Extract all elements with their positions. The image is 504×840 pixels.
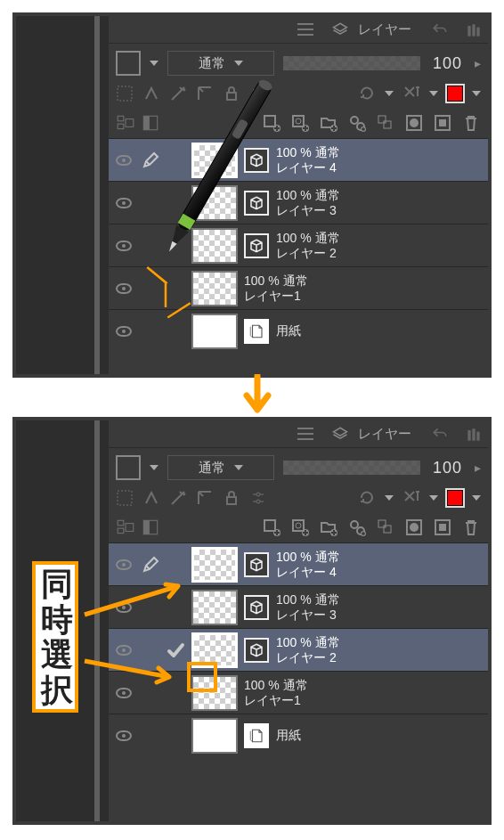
- panel-title: レイヤー: [358, 21, 411, 38]
- chevron-down-icon[interactable]: [472, 91, 481, 96]
- delete-layer-icon[interactable]: [461, 113, 481, 133]
- visibility-toggle[interactable]: [109, 559, 139, 570]
- tool-icon[interactable]: [116, 85, 134, 102]
- chevron-down-icon[interactable]: [385, 91, 394, 96]
- settings-icon[interactable]: [249, 489, 267, 507]
- bound-icon[interactable]: [142, 85, 160, 102]
- layer-color-swatch[interactable]: [116, 51, 141, 76]
- raster-layer-icon: [244, 552, 269, 577]
- undo-icon[interactable]: [431, 21, 449, 37]
- new-folder-icon[interactable]: [319, 113, 338, 133]
- menu-icon[interactable]: [297, 428, 313, 440]
- transfer-icon[interactable]: [347, 518, 367, 537]
- svg-rect-31: [227, 497, 236, 504]
- refresh-icon[interactable]: [358, 85, 376, 102]
- svg-rect-9: [126, 119, 134, 127]
- wand-icon[interactable]: [169, 85, 187, 102]
- visibility-toggle[interactable]: [109, 155, 139, 166]
- layer-thumbnail[interactable]: [191, 228, 238, 264]
- palette-icon[interactable]: [116, 518, 135, 537]
- layer-thumbnail[interactable]: [191, 718, 238, 754]
- refresh-icon[interactable]: [358, 489, 376, 507]
- blend-mode-select[interactable]: 通常: [167, 455, 274, 480]
- layer-thumbnail[interactable]: [191, 547, 238, 583]
- fx-icon[interactable]: [402, 489, 420, 507]
- layer-name: 用紙: [276, 728, 301, 743]
- foreground-color[interactable]: [447, 490, 463, 506]
- svg-rect-21: [378, 116, 386, 123]
- layer-thumbnail[interactable]: [191, 185, 238, 221]
- layer-row[interactable]: 100 % 通常レイヤー 4: [109, 138, 488, 181]
- wand-icon[interactable]: [169, 489, 187, 507]
- visibility-toggle[interactable]: [109, 198, 139, 208]
- visibility-toggle[interactable]: [109, 283, 139, 294]
- foreground-color[interactable]: [447, 86, 463, 102]
- chevron-down-icon[interactable]: [150, 61, 159, 66]
- lock-icon[interactable]: [223, 489, 240, 507]
- layer-row[interactable]: 100 % 通常レイヤー 3: [109, 181, 488, 224]
- tool-icon[interactable]: [116, 489, 134, 507]
- ruler-icon[interactable]: [196, 85, 214, 102]
- layer-color-swatch[interactable]: [116, 455, 141, 480]
- delete-layer-icon[interactable]: [461, 518, 481, 537]
- merge-icon[interactable]: [376, 113, 395, 133]
- merge-icon[interactable]: [376, 518, 395, 537]
- layer-thumbnail[interactable]: [191, 314, 238, 349]
- layer-opacity-label: 100 % 通常: [244, 678, 308, 693]
- layer-row[interactable]: 用紙: [109, 714, 488, 756]
- lock-icon[interactable]: [223, 85, 240, 102]
- blend-mode-select[interactable]: 通常: [167, 51, 274, 76]
- new-folder-icon[interactable]: [319, 518, 338, 537]
- chevron-down-icon[interactable]: [429, 495, 438, 501]
- visibility-toggle[interactable]: [109, 326, 139, 337]
- layer-thumbnail[interactable]: [191, 143, 238, 178]
- new-vector-layer-icon[interactable]: [290, 518, 310, 537]
- transfer-icon[interactable]: [347, 113, 367, 133]
- chevron-right-icon[interactable]: ▸: [475, 461, 481, 475]
- apply-mask-icon[interactable]: [433, 518, 452, 537]
- apply-mask-icon[interactable]: [433, 113, 452, 133]
- new-layer-icon[interactable]: [262, 518, 281, 537]
- svg-point-6: [256, 95, 260, 99]
- blend-mode-label: 通常: [199, 460, 225, 477]
- menu-icon[interactable]: [297, 23, 313, 36]
- chevron-down-icon[interactable]: [472, 495, 481, 501]
- ruler-icon[interactable]: [196, 489, 214, 507]
- layer-name: レイヤー1: [244, 289, 308, 304]
- opacity-value: 100: [429, 54, 466, 73]
- mask-icon[interactable]: [404, 113, 424, 133]
- opacity-slider[interactable]: [283, 56, 420, 70]
- action-icon[interactable]: [465, 21, 483, 37]
- new-layer-icon[interactable]: [262, 113, 281, 133]
- paper-icon: [244, 723, 269, 748]
- layer-thumbnail[interactable]: [191, 271, 238, 306]
- layer-row[interactable]: 用紙: [109, 309, 488, 352]
- panel-header: レイヤー: [109, 420, 488, 447]
- thumb-toggle-icon[interactable]: [141, 518, 160, 537]
- mask-icon[interactable]: [404, 518, 424, 537]
- svg-rect-1: [472, 24, 475, 36]
- svg-rect-49: [384, 526, 391, 533]
- chevron-down-icon[interactable]: [385, 495, 394, 501]
- svg-rect-53: [439, 524, 446, 531]
- chevron-down-icon[interactable]: [150, 465, 159, 470]
- undo-icon[interactable]: [431, 426, 449, 442]
- visibility-toggle[interactable]: [109, 688, 139, 698]
- svg-rect-3: [118, 86, 132, 101]
- palette-icon[interactable]: [116, 113, 135, 133]
- layer-name: レイヤー1: [244, 693, 308, 708]
- svg-rect-8: [118, 124, 124, 129]
- visibility-toggle[interactable]: [109, 241, 139, 251]
- new-vector-layer-icon[interactable]: [290, 113, 310, 133]
- layer-thumbnail[interactable]: [191, 590, 238, 625]
- settings-icon[interactable]: [249, 85, 267, 102]
- visibility-toggle[interactable]: [109, 730, 139, 741]
- fx-icon[interactable]: [402, 85, 420, 102]
- chevron-right-icon[interactable]: ▸: [475, 56, 481, 70]
- svg-rect-12: [264, 116, 275, 126]
- chevron-down-icon[interactable]: [429, 91, 438, 96]
- action-icon[interactable]: [465, 426, 483, 442]
- opacity-slider[interactable]: [283, 461, 420, 475]
- bound-icon[interactable]: [142, 489, 160, 507]
- thumb-toggle-icon[interactable]: [141, 113, 160, 133]
